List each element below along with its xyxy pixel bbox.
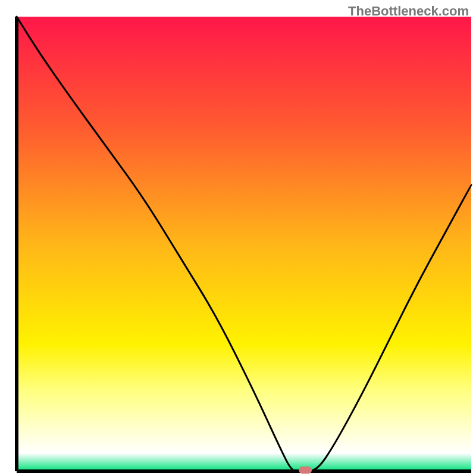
bottleneck-chart: [0, 0, 476, 476]
chart-background-gradient: [17, 17, 471, 471]
watermark-text: TheBottleneck.com: [348, 4, 469, 19]
optimal-marker: [299, 466, 312, 474]
chart-container: TheBottleneck.com: [0, 0, 476, 476]
